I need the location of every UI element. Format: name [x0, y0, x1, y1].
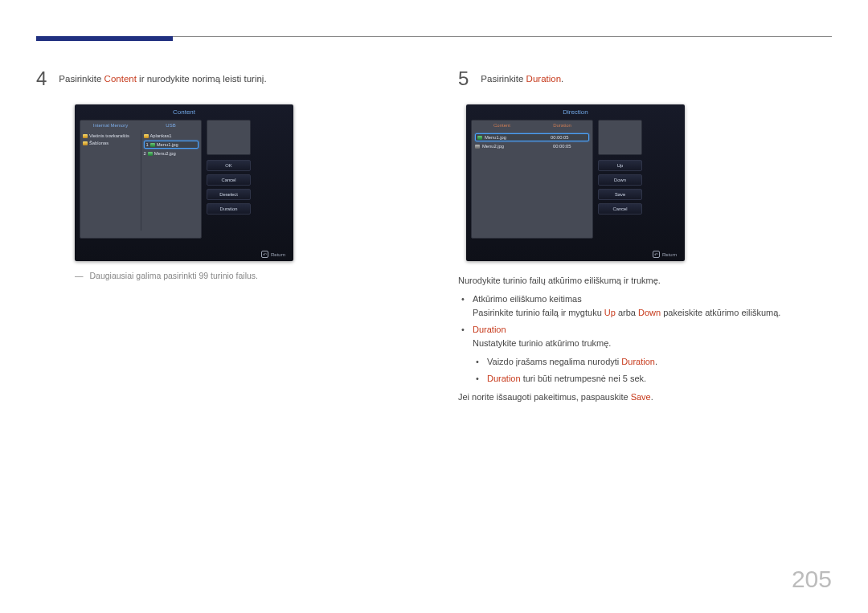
ok-button[interactable]: OK	[207, 160, 251, 171]
folder-item[interactable]: Aplankas1	[144, 133, 199, 138]
bullet: Atkūrimo eiliškumo keitimas Pasirinkite …	[473, 292, 832, 320]
file-icon	[475, 145, 480, 149]
file-icon	[148, 152, 153, 156]
folder-icon	[83, 134, 88, 138]
list-row[interactable]: Menu2.jpg 00:00:05	[475, 144, 589, 149]
instruction-body: Nurodykite turinio failų atkūrimo eilišk…	[458, 274, 832, 404]
accent-up: Up	[604, 308, 616, 317]
deselect-button[interactable]: Deselect	[207, 189, 251, 200]
page-number: 205	[792, 566, 832, 593]
preview-thumbnail	[207, 120, 251, 155]
screenshot-direction: Direction Content Duration Menu1.jpg 00:…	[466, 104, 685, 261]
duration-button[interactable]: Duration	[207, 203, 251, 215]
list-row-selected[interactable]: Menu1.jpg 00:00:05	[475, 133, 589, 141]
duration-list-panel: Content Duration Menu1.jpg 00:00:05 Menu…	[471, 120, 593, 239]
folder-icon	[83, 141, 88, 145]
accent-duration: Duration	[526, 74, 561, 84]
note-text: Daugiausiai galima pasirinkti 99 turinio…	[90, 271, 259, 280]
text: Pasirinkite	[481, 74, 526, 84]
preview-thumbnail	[598, 120, 642, 155]
step-text: Pasirinkite Content ir nurodykite norimą…	[59, 69, 266, 84]
tab-usb[interactable]: USB	[141, 121, 201, 130]
folder-item[interactable]: Šablonas	[83, 141, 138, 145]
screenshot-content: Content Internal Memory USB Vietinis tva…	[75, 104, 293, 261]
footnote: ― Daugiausiai galima pasirinkti 99 turin…	[36, 271, 410, 280]
save-button[interactable]: Save	[598, 189, 642, 200]
tab-internal-memory[interactable]: Internal Memory	[80, 121, 141, 130]
file-item[interactable]: 2Menu2.jpg	[144, 151, 199, 156]
folder-item[interactable]: Vietinis tvarkaraštis	[83, 133, 138, 138]
sub-bullet: Duration turi būti netrumpesnė nei 5 sek…	[487, 372, 832, 386]
text: ir nurodykite norimą leisti turinį.	[137, 74, 267, 84]
line: Jei norite išsaugoti pakeitimus, paspaus…	[458, 390, 832, 404]
accent-content: Content	[104, 74, 137, 84]
step-5: 5 Pasirinkite Duration.	[458, 69, 832, 88]
text: Pasirinkite	[59, 74, 104, 84]
down-button[interactable]: Down	[598, 174, 642, 186]
folder-icon	[144, 134, 149, 138]
return-icon: ↶	[261, 251, 268, 258]
screen-title: Direction	[471, 108, 680, 116]
return-control[interactable]: ↶ Return	[261, 251, 285, 258]
text: .	[561, 74, 563, 84]
up-button[interactable]: Up	[598, 160, 642, 171]
header-rule	[36, 36, 832, 37]
step-text: Pasirinkite Duration.	[481, 69, 563, 84]
file-item-selected[interactable]: 1Menu1.jpg	[144, 141, 199, 149]
step-4: 4 Pasirinkite Content ir nurodykite nori…	[36, 69, 410, 88]
return-control[interactable]: ↶ Return	[653, 251, 677, 258]
return-icon: ↶	[653, 251, 660, 258]
file-icon	[150, 143, 155, 147]
step-number: 4	[36, 69, 47, 88]
file-browser-panel: Internal Memory USB Vietinis tvarkarašti…	[80, 120, 202, 239]
col-duration: Duration	[532, 121, 592, 130]
file-icon	[477, 136, 482, 140]
cancel-button[interactable]: Cancel	[598, 203, 642, 215]
cancel-button[interactable]: Cancel	[207, 174, 251, 186]
bullet: Duration Nustatykite turinio atkūrimo tr…	[473, 323, 832, 386]
step-number: 5	[458, 69, 469, 88]
accent-duration: Duration	[473, 325, 506, 334]
dash: ―	[75, 271, 84, 280]
sub-bullet: Vaizdo įrašams negalima nurodyti Duratio…	[487, 355, 832, 369]
accent-save: Save	[631, 392, 651, 402]
screen-title: Content	[80, 108, 289, 116]
col-content: Content	[472, 121, 532, 130]
line: Nurodykite turinio failų atkūrimo eilišk…	[458, 274, 832, 288]
accent-down: Down	[638, 308, 661, 317]
